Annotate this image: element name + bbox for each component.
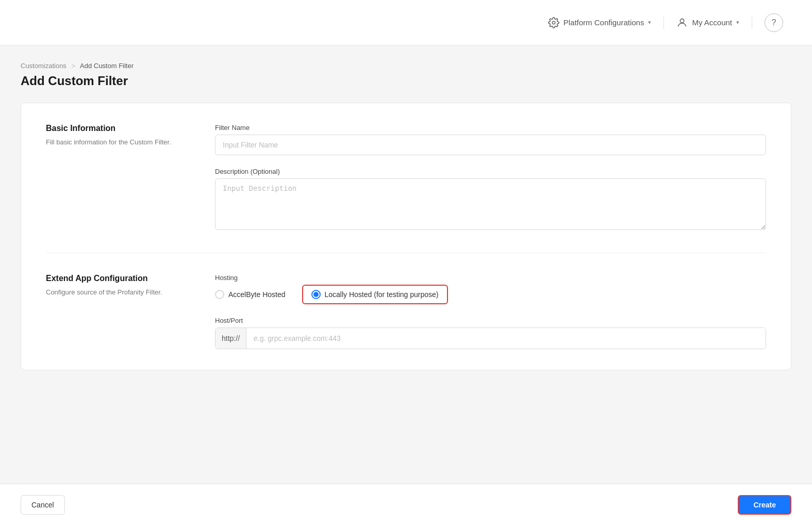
radio-accelbyte-circle (215, 290, 224, 299)
header-divider-2 (752, 17, 752, 29)
filter-name-group: Filter Name (215, 124, 766, 155)
user-icon (676, 17, 688, 28)
breadcrumb-separator: > (72, 62, 76, 70)
filter-name-input[interactable] (215, 135, 766, 155)
page-title: Add Custom Filter (21, 74, 791, 88)
host-prefix: http:// (216, 328, 246, 349)
radio-locally-option[interactable]: Locally Hosted (for testing purpose) (302, 285, 448, 304)
my-account-menu[interactable]: My Account ▾ (676, 17, 739, 28)
platform-config-chevron: ▾ (648, 19, 651, 26)
hosting-group: Hosting AccelByte Hosted Locally Hosted … (215, 274, 766, 304)
header: Platform Configurations ▾ My Account ▾ ? (0, 0, 812, 45)
cancel-button[interactable]: Cancel (21, 495, 65, 515)
form-card: Basic Information Fill basic information… (21, 103, 791, 370)
host-port-group: Host/Port http:// (215, 317, 766, 349)
extend-app-desc: Configure source of the Profanity Filter… (46, 287, 190, 298)
gear-icon (548, 17, 559, 28)
hosting-radio-group: AccelByte Hosted Locally Hosted (for tes… (215, 285, 766, 304)
basic-info-desc: Fill basic information for the Custom Fi… (46, 137, 190, 147)
description-label: Description (Optional) (215, 168, 766, 175)
platform-config-label: Platform Configurations (564, 18, 644, 27)
breadcrumb-current: Add Custom Filter (80, 62, 134, 70)
host-port-input[interactable] (246, 328, 766, 349)
radio-accelbyte-label: AccelByte Hosted (228, 290, 286, 299)
basic-info-section: Basic Information Fill basic information… (46, 124, 766, 232)
platform-config-menu[interactable]: Platform Configurations ▾ (548, 17, 652, 28)
description-group: Description (Optional) (215, 168, 766, 232)
header-divider-1 (664, 17, 664, 29)
question-icon: ? (772, 18, 776, 27)
filter-name-label: Filter Name (215, 124, 766, 132)
extend-app-section: Extend App Configuration Configure sourc… (46, 274, 766, 349)
radio-accelbyte-option[interactable]: AccelByte Hosted (215, 290, 286, 299)
extend-app-left: Extend App Configuration Configure sourc… (46, 274, 190, 349)
radio-locally-circle (311, 290, 321, 299)
help-button[interactable]: ? (765, 13, 783, 32)
basic-info-title: Basic Information (46, 124, 190, 133)
extend-app-title: Extend App Configuration (46, 274, 190, 283)
section-divider (46, 253, 766, 253)
my-account-chevron: ▾ (736, 19, 739, 26)
svg-point-0 (552, 21, 555, 24)
hosting-label: Hosting (215, 274, 766, 282)
main-content: Customizations > Add Custom Filter Add C… (0, 45, 812, 525)
svg-point-1 (681, 19, 684, 22)
extend-app-right: Hosting AccelByte Hosted Locally Hosted … (215, 274, 766, 349)
create-button[interactable]: Create (738, 495, 791, 515)
breadcrumb: Customizations > Add Custom Filter (21, 62, 791, 70)
host-port-label: Host/Port (215, 317, 766, 324)
radio-locally-label: Locally Hosted (for testing purpose) (325, 290, 439, 299)
basic-info-left: Basic Information Fill basic information… (46, 124, 190, 232)
host-port-wrapper: http:// (215, 327, 766, 349)
basic-info-right: Filter Name Description (Optional) (215, 124, 766, 232)
my-account-label: My Account (692, 18, 732, 27)
breadcrumb-parent[interactable]: Customizations (21, 62, 67, 70)
bottom-bar: Cancel Create (0, 484, 812, 525)
description-textarea[interactable] (215, 178, 766, 230)
